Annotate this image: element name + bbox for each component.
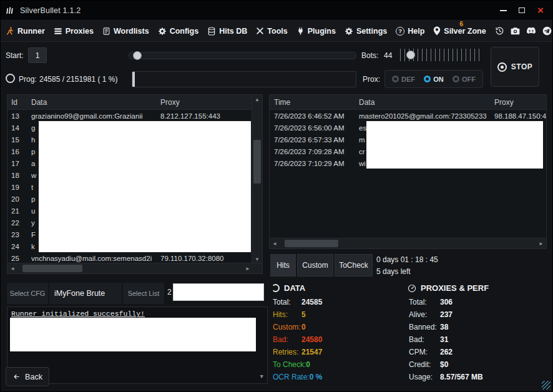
resize-grip[interactable] (542, 381, 551, 390)
stat-proxy-alive: Alive:237 (409, 310, 453, 319)
progress-ring-icon (6, 74, 15, 83)
hits-table-header: Time Data Proxy (270, 95, 546, 110)
proxy-mode-off[interactable]: OFF (453, 76, 476, 83)
database-icon (207, 27, 216, 36)
back-button[interactable]: Back (6, 367, 49, 386)
help-icon: ? (396, 27, 404, 36)
column-header-proxy[interactable]: Proxy (160, 98, 262, 107)
horizontal-scrollbar[interactable]: ◄ ► (7, 263, 263, 273)
stat-bad: Bad:24580 (273, 335, 322, 344)
scroll-left-icon[interactable]: ◄ (7, 263, 17, 274)
plugin-icon (296, 27, 305, 36)
table-row[interactable]: 7/26/2023 6:46:52 AMmastero201025@gmail.… (270, 110, 546, 122)
stat-credit: Credit:$0 (409, 360, 448, 369)
menu-plugins[interactable]: Plugins (296, 27, 336, 36)
data-panel-header: DATA (272, 283, 305, 293)
log-scroll-down-icon[interactable]: ▼ (260, 374, 263, 380)
menu-help[interactable]: ? Help (396, 27, 424, 36)
menu-wordlists[interactable]: Wordlists (102, 27, 149, 36)
menu-tools[interactable]: Tools (256, 27, 287, 36)
scroll-right-icon[interactable]: ► (536, 238, 546, 249)
hits-table: Time Data Proxy 7/26/2023 6:46:52 AMmast… (269, 94, 547, 249)
stat-usage: Usage:8.57/567 MB (409, 373, 483, 381)
screenshot-camera-icon[interactable] (511, 27, 520, 35)
proxy-mode-on[interactable]: ON (424, 76, 444, 83)
silver-zone-pin-icon (433, 26, 441, 36)
radio-icon (392, 76, 399, 82)
data-table-header: Id Data Proxy (7, 95, 262, 110)
redacted-area (366, 121, 543, 169)
table-row[interactable]: 13grazianino99@gmail.com:Grazianii8.212.… (7, 110, 262, 122)
maximize-icon (519, 7, 525, 13)
bots-value: 44 (384, 51, 392, 60)
scrollbar-thumb[interactable] (253, 140, 261, 184)
stat-tocheck: To Check:0 (273, 360, 310, 369)
scrollbar-thumb[interactable] (22, 265, 82, 272)
stop-button[interactable]: STOP (491, 47, 539, 87)
tools-icon (256, 27, 264, 35)
window-title: SilverBullet 1.1.2 (20, 6, 81, 15)
menu-silver-zone[interactable]: 6 Silver Zone (433, 26, 486, 36)
days-left-label: 5 days left (376, 267, 411, 276)
back-arrow-icon (12, 373, 21, 380)
wordlist-count-partial: 2 (167, 288, 172, 296)
tab-custom[interactable]: Custom (297, 254, 333, 277)
stat-proxy-bad: Bad:31 (409, 335, 448, 344)
proxy-mode-toggle: DEF ON OFF (384, 70, 483, 88)
column-header-id[interactable]: Id (7, 98, 31, 107)
stat-custom: Custom:0 (273, 323, 306, 331)
redacted-area (173, 283, 264, 301)
gauge-icon (408, 284, 416, 293)
app-logo-icon (5, 6, 16, 16)
scrollbar-thumb[interactable] (285, 240, 338, 247)
redacted-area (10, 318, 256, 351)
select-cfg-button[interactable]: Select CFG (7, 283, 48, 304)
bots-label: Bots: (361, 51, 378, 60)
menu-configs[interactable]: Configs (158, 27, 199, 36)
history-icon[interactable] (495, 26, 504, 36)
data-table: Id Data Proxy 13grazianino99@gmail.com:G… (7, 94, 263, 274)
radio-icon (424, 76, 431, 82)
start-input[interactable] (28, 47, 47, 63)
proxy-mode-def[interactable]: DEF (392, 76, 415, 83)
titlebar: SilverBullet 1.1.2 × (1, 1, 553, 21)
settings-gear-icon (345, 27, 353, 36)
column-header-data[interactable]: Data (31, 98, 160, 107)
record-circle-icon (497, 62, 507, 72)
wordlists-icon (102, 27, 110, 36)
prog-value: 24585 / 2151981 ( 1 %) (39, 75, 117, 84)
silver-zone-badge: 6 (459, 20, 463, 27)
start-slider-thumb[interactable] (133, 51, 142, 60)
vertical-scrollbar[interactable]: ▲ ▼ (252, 95, 262, 264)
telegram-icon[interactable] (542, 26, 552, 36)
elapsed-timer: 0 days 01 : 18 : 45 (376, 255, 438, 264)
menu-runner[interactable]: Runner (6, 26, 45, 36)
menu-proxies[interactable]: Proxies (54, 27, 94, 36)
log-line: Runner initialized succesfully! (11, 310, 263, 318)
menu-hits-db[interactable]: Hits DB (207, 27, 247, 36)
stat-hits: Hits:5 (273, 310, 306, 319)
close-button[interactable]: × (531, 1, 550, 20)
start-slider[interactable] (129, 52, 356, 59)
discord-icon[interactable] (526, 27, 536, 35)
column-header-proxy[interactable]: Proxy (494, 98, 546, 107)
start-label: Start: (6, 51, 24, 60)
tab-hits[interactable]: Hits (270, 254, 296, 277)
stat-total: Total:24585 (273, 298, 322, 306)
close-icon: × (537, 5, 544, 16)
column-header-data[interactable]: Data (359, 98, 494, 107)
main-menu: Runner Proxies Wordlists Configs Hits DB… (1, 21, 553, 42)
bots-slider-thumb[interactable] (406, 51, 415, 59)
progress-bar (132, 71, 356, 87)
scroll-right-icon[interactable]: ► (243, 263, 253, 274)
menu-settings[interactable]: Settings (345, 27, 387, 36)
runner-icon (6, 26, 14, 36)
select-list-button[interactable]: Select List (123, 283, 164, 304)
scroll-up-icon[interactable]: ▲ (252, 95, 262, 104)
scroll-left-icon[interactable]: ◄ (270, 238, 280, 249)
column-header-time[interactable]: Time (270, 98, 359, 107)
horizontal-scrollbar[interactable]: ◄ ► (270, 238, 546, 248)
maximize-button[interactable] (512, 1, 531, 20)
tab-tocheck[interactable]: ToCheck (335, 254, 373, 277)
minimize-button[interactable] (494, 1, 512, 20)
